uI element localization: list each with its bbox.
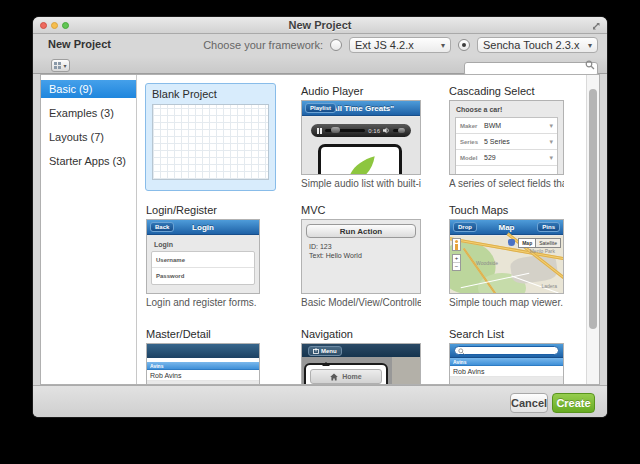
map-type-map: Map xyxy=(518,238,536,248)
page-title: New Project xyxy=(48,38,111,50)
map-type-toggle: Map Satellite xyxy=(518,238,561,248)
template-card-audio-player[interactable]: Audio Player "All Time Greats" Playlist … xyxy=(301,85,421,189)
pins-button: Pins xyxy=(537,222,560,232)
select-row-series: Series 5 Series ▾ xyxy=(456,134,557,150)
sencha-logo-panel xyxy=(318,144,402,175)
seek-slider-knob xyxy=(331,127,340,133)
group-row: Avins xyxy=(450,358,563,366)
map-view: Map Satellite + − Woodside Menlo Park La… xyxy=(450,236,563,293)
nav-toolbar: Menu xyxy=(302,344,420,357)
template-title: Touch Maps xyxy=(449,204,564,217)
password-field: Password xyxy=(152,268,254,284)
template-title: Navigation xyxy=(301,328,421,341)
template-title: MVC xyxy=(301,204,421,217)
template-caption: Basic Model/View/Controller archit... xyxy=(301,297,421,308)
touch-maps-thumbnail: Map Drop Pins Map Satellite xyxy=(449,219,564,294)
blank-project-thumbnail xyxy=(152,104,269,180)
extjs-radio[interactable] xyxy=(330,39,342,51)
template-card-navigation[interactable]: Navigation Menu xyxy=(301,328,421,384)
login-register-thumbnail: Login Back Login Username Password xyxy=(146,219,260,294)
dialog-header: New Project Choose your framework: Ext J… xyxy=(33,34,607,56)
new-project-dialog: New Project New Project Choose your fram… xyxy=(33,17,607,417)
sidebar-item-examples[interactable]: Examples (3) xyxy=(41,104,136,122)
select-row-model: Model 529 ▾ xyxy=(456,150,557,166)
scrollbar-track[interactable] xyxy=(586,75,599,384)
pegman-icon xyxy=(452,238,461,251)
chevron-down-icon: ▾ xyxy=(549,138,557,146)
menu-button: Menu xyxy=(308,346,342,356)
group-row: Avins xyxy=(147,362,259,370)
run-action-button: Run Action xyxy=(306,224,416,238)
mvc-id-line: ID: 123 xyxy=(309,242,420,251)
speaker-icon xyxy=(383,127,390,134)
template-grid: Blank Project Audio Player "All Time Gre… xyxy=(138,75,599,384)
resize-icon[interactable] xyxy=(591,21,601,31)
share-icon xyxy=(313,348,319,354)
map-label: Ladera xyxy=(541,283,557,289)
home-menu-item: Home xyxy=(310,369,382,384)
scrollbar-thumb[interactable] xyxy=(589,89,597,329)
drop-button: Drop xyxy=(453,222,477,232)
audio-controls: 0:16 xyxy=(311,124,411,137)
cancel-button[interactable]: Cancel xyxy=(510,393,548,413)
touch-version-select[interactable]: Sencha Touch 2.3.x ▾ xyxy=(477,37,598,53)
sidebar-item-starter-apps[interactable]: Starter Apps (3) xyxy=(41,152,136,170)
list-item: Rob Avins xyxy=(147,370,259,381)
extjs-version-value: Ext JS 4.2.x xyxy=(355,39,414,51)
template-card-master-detail[interactable]: Master/Detail Avins Rob Avins xyxy=(146,328,260,384)
template-title: Search List xyxy=(449,328,564,341)
menu-popup: Home xyxy=(304,363,388,384)
template-card-blank-project[interactable]: Blank Project xyxy=(145,83,276,191)
zoom-in-icon: + xyxy=(453,255,460,263)
login-section-label: Login xyxy=(154,241,259,248)
map-type-satellite: Satellite xyxy=(536,238,561,248)
back-button: Back xyxy=(150,222,174,232)
search-icon xyxy=(458,348,465,355)
template-title: Login/Register xyxy=(146,204,260,217)
audio-player-thumbnail: "All Time Greats" Playlist 0:16 xyxy=(301,100,421,175)
map-label: Menlo Park xyxy=(530,248,555,254)
master-detail-thumbnail: Avins Rob Avins xyxy=(146,343,260,384)
framework-chooser: Choose your framework: Ext JS 4.2.x ▾ Se… xyxy=(203,37,598,53)
sidebar-item-basic[interactable]: Basic (9) xyxy=(41,80,136,98)
cascading-select-thumbnail: Choose a car! Maker BWM ▾ Series 5 Serie… xyxy=(449,100,564,175)
template-card-login-register[interactable]: Login/Register Login Back Login Username… xyxy=(146,204,260,308)
create-button[interactable]: Create xyxy=(552,393,595,413)
template-caption: Login and register forms. xyxy=(146,297,260,308)
touch-radio[interactable] xyxy=(458,39,470,51)
touch-version-value: Sencha Touch 2.3.x xyxy=(483,39,579,51)
template-title: Master/Detail xyxy=(146,328,260,341)
list-item: Rob Avins xyxy=(450,366,563,377)
select-row-partial xyxy=(456,166,557,174)
template-caption: A series of select fields that allows ..… xyxy=(449,178,564,189)
template-card-touch-maps[interactable]: Touch Maps Map Drop Pins Map xyxy=(449,204,564,308)
window-title: New Project xyxy=(33,17,607,34)
search-list-thumbnail: Avins Rob Avins xyxy=(449,343,564,384)
content-panel: Basic (9) Examples (3) Layouts (7) Start… xyxy=(40,74,600,385)
search-field-wrap xyxy=(464,58,598,72)
template-card-cascading-select[interactable]: Cascading Select Choose a car! Maker BWM… xyxy=(449,85,564,189)
template-card-search-list[interactable]: Search List Avins Rob Avins xyxy=(449,328,564,384)
username-field: Username xyxy=(152,252,254,268)
zoom-out-icon: − xyxy=(453,263,460,270)
highway-shield-icon xyxy=(508,239,515,246)
form-header: Choose a car! xyxy=(456,106,563,113)
template-title: Audio Player xyxy=(301,85,421,98)
search-pill xyxy=(454,346,559,355)
sidebar-item-layouts[interactable]: Layouts (7) xyxy=(41,128,136,146)
sencha-leaf-icon xyxy=(339,153,381,175)
chevron-down-icon: ▾ xyxy=(588,41,592,50)
home-icon xyxy=(330,373,338,381)
template-card-mvc[interactable]: MVC Run Action ID: 123 Text: Hello World… xyxy=(301,204,421,308)
extjs-version-select[interactable]: Ext JS 4.2.x ▾ xyxy=(349,37,451,53)
category-sidebar: Basic (9) Examples (3) Layouts (7) Start… xyxy=(41,75,137,384)
time-label: 0:16 xyxy=(368,128,380,134)
toolbar: ▾ xyxy=(33,56,607,74)
select-row-maker: Maker BWM ▾ xyxy=(456,118,557,134)
chevron-down-icon: ▾ xyxy=(63,62,66,69)
framework-label: Choose your framework: xyxy=(203,39,323,51)
view-options-button[interactable]: ▾ xyxy=(51,59,70,72)
template-caption: Simple touch map viewer. xyxy=(449,297,564,308)
titlebar[interactable]: New Project xyxy=(33,17,607,34)
template-caption: Simple audio list with built-in audi... xyxy=(301,178,421,189)
